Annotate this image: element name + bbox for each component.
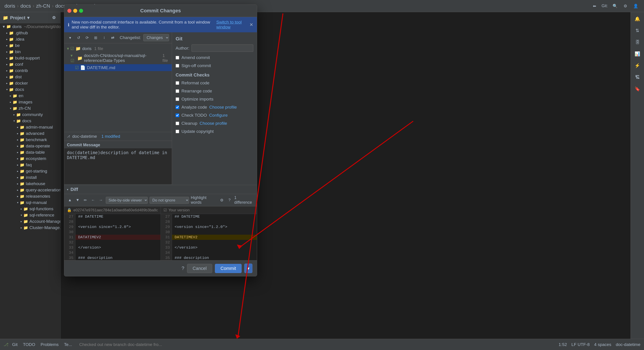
notifications-icon[interactable]: 🔔: [632, 14, 642, 24]
sidebar-item-conf[interactable]: ▸ 📁 conf: [0, 61, 60, 67]
help-button[interactable]: ?: [182, 265, 184, 271]
commit-button[interactable]: Commit: [215, 264, 242, 273]
database-icon[interactable]: 🗄: [632, 37, 642, 47]
problems-label[interactable]: Problems: [41, 342, 58, 347]
sidebar-item-contrib[interactable]: ▸ 📁 contrib: [0, 67, 60, 74]
commit-arrow-button[interactable]: ▾: [244, 264, 252, 273]
search-icon[interactable]: 🔍: [611, 2, 619, 10]
git-status-label[interactable]: Git: [12, 342, 18, 347]
toolbar-filter-icon[interactable]: ⇄: [110, 34, 116, 41]
sidebar-item-be[interactable]: ▸ 📁 be: [0, 42, 60, 49]
sidebar-item--github[interactable]: ▸ 📁 .github: [0, 30, 60, 36]
terminal-label[interactable]: Te...: [64, 342, 72, 347]
check-cleanup-checkbox[interactable]: [176, 122, 179, 125]
sidebar-item-data-operate[interactable]: ▸ 📁 data-operate: [0, 143, 60, 149]
git-icon[interactable]: Git:: [601, 2, 608, 10]
changelist-select[interactable]: Changes: [143, 34, 169, 41]
author-input[interactable]: [192, 44, 253, 52]
sciview-icon[interactable]: 📊: [632, 49, 642, 59]
sidebar-item-cluster-manage---[interactable]: ▸ 📁 Cluster-Manage...: [0, 225, 60, 231]
sidebar-item-ecosystem[interactable]: ▸ 📁 ecosystem: [0, 155, 60, 162]
sidebar-item-en[interactable]: ▸ 📁 en: [0, 93, 60, 99]
sidebar-item--idea[interactable]: ▸ 📁 .idea: [0, 36, 60, 42]
sidebar-item-account-manage---[interactable]: ▸ 📁 Account-Manage...: [0, 218, 60, 225]
amend-commit-checkbox[interactable]: [176, 56, 179, 59]
pull-requests-icon[interactable]: ⇅: [632, 25, 642, 35]
sidebar-root-item[interactable]: ▾ 📁 doris ~/Documents/git/doris: [0, 23, 60, 30]
check-todo-checkbox[interactable]: [176, 113, 179, 117]
check-link-analyze[interactable]: Choose profile: [209, 105, 237, 110]
toolbar-sort-icon[interactable]: ↕: [101, 34, 107, 41]
diff-collapse-icon[interactable]: ▾: [67, 188, 68, 191]
filetype-status[interactable]: doc-datetime: [616, 342, 640, 347]
minimize-button[interactable]: [73, 9, 77, 13]
toolbar-undo-icon[interactable]: ↺: [76, 34, 82, 41]
sidebar-item-dist[interactable]: ▸ 📁 dist: [0, 74, 60, 80]
sidebar-item-faq[interactable]: ▸ 📁 faq: [0, 162, 60, 168]
toolbar-expand-icon[interactable]: ▾: [67, 34, 73, 41]
toolbar-group-icon[interactable]: ⊞: [92, 34, 99, 41]
check-link-todo[interactable]: Configure: [209, 113, 228, 118]
sidebar-item-bin[interactable]: ▸ 📁 bin: [0, 49, 60, 55]
sidebar-item-install[interactable]: ▸ 📁 install: [0, 174, 60, 181]
sidebar-item-benchmark[interactable]: ▸ 📁 benchmark: [0, 137, 60, 143]
indent-status[interactable]: 4 spaces: [594, 342, 611, 347]
ignore-select[interactable]: Do not ignore Ignore whitespace: [150, 197, 189, 204]
diff-forward-icon[interactable]: →: [98, 197, 104, 203]
toolbar-refresh-icon[interactable]: ⟳: [84, 34, 90, 41]
structure-icon[interactable]: 🏗: [632, 72, 642, 82]
signoff-commit-checkbox[interactable]: [176, 64, 179, 67]
switch-to-tool-link[interactable]: Switch to tool window: [216, 20, 247, 30]
check-rearrange-checkbox[interactable]: [176, 89, 179, 93]
breadcrumb-zh-cn[interactable]: zh-CN: [36, 3, 50, 9]
breadcrumb-docs[interactable]: docs: [20, 3, 31, 9]
git-status-icon[interactable]: ⎇: [4, 342, 8, 347]
dialog-tree-folder[interactable]: ▾ ☑ 📁 docs/zh-CN/docs/sql-manual/sql-ref…: [64, 52, 172, 64]
sidebar-item-community[interactable]: ▸ 📁 community: [0, 111, 60, 118]
diff-up-icon[interactable]: ▲: [67, 197, 73, 203]
check-analyze-checkbox[interactable]: [176, 105, 179, 109]
dialog-tree-file[interactable]: ☑ 📄 DATETIME.md: [64, 64, 172, 71]
sidebar-item-images[interactable]: ▸ 📁 images: [0, 99, 60, 105]
close-button[interactable]: [67, 9, 72, 13]
check-reformat-checkbox[interactable]: [176, 81, 179, 85]
sidebar-item-get-starting[interactable]: ▸ 📁 get-starting: [0, 168, 60, 174]
sidebar-item-query-acceleration[interactable]: ▸ 📁 query-acceleration: [0, 187, 60, 193]
sidebar-settings-icon[interactable]: ⚙: [50, 14, 58, 21]
check-link-cleanup[interactable]: Choose profile: [200, 121, 227, 126]
cancel-button[interactable]: Cancel: [187, 264, 212, 273]
todo-label[interactable]: TODO: [23, 342, 35, 347]
sidebar-item-data-table[interactable]: ▸ 📁 data-table: [0, 149, 60, 155]
sidebar-item-docker[interactable]: ▸ 📁 docker: [0, 80, 60, 86]
viewer-select[interactable]: Side-by-side viewer Unified viewer: [106, 197, 148, 204]
encoding-status[interactable]: LF UTF-8: [572, 342, 590, 347]
dialog-tree-root[interactable]: ▾ ☑ 📁 doris 1 file: [64, 45, 172, 52]
diff-down-icon[interactable]: ▼: [75, 197, 81, 203]
maximize-button[interactable]: [79, 9, 83, 13]
sidebar-item-sql-reference[interactable]: ▾ 📁 sql-reference: [0, 212, 60, 218]
sidebar-item-docs[interactable]: ▾ 📁 docs: [0, 86, 60, 93]
breadcrumb-doris[interactable]: doris: [4, 3, 15, 9]
check-optimize-checkbox[interactable]: [176, 97, 179, 101]
diff-back-icon[interactable]: ←: [90, 197, 96, 203]
diff-settings-icon[interactable]: ⚙: [219, 197, 225, 203]
endpoints-icon[interactable]: ⚡: [632, 60, 642, 70]
cursor-position[interactable]: 1:52: [559, 342, 567, 347]
diff-help-icon[interactable]: ?: [226, 197, 233, 203]
sidebar-item-sql-manual[interactable]: ▾ 📁 sql-manual: [0, 199, 60, 206]
sidebar-item-advanced[interactable]: ▸ 📁 advanced: [0, 130, 60, 137]
sidebar-item-admin-manual[interactable]: ▸ 📁 admin-manual: [0, 124, 60, 130]
avatar-icon[interactable]: 👤: [632, 2, 640, 10]
sidebar-item-docs[interactable]: ▾ 📁 docs: [0, 118, 60, 124]
commit-message-input[interactable]: [64, 148, 172, 184]
sidebar-item-sql-functions[interactable]: ▸ 📁 sql-functions: [0, 206, 60, 212]
project-title[interactable]: Project: [10, 15, 25, 20]
sidebar-item-lakehouse[interactable]: ▸ 📁 lakehouse: [0, 181, 60, 187]
notification-close-button[interactable]: ✕: [250, 22, 253, 27]
check-copyright-checkbox[interactable]: [176, 130, 179, 133]
navigation-icon[interactable]: ⬅: [590, 2, 598, 10]
diff-edit-icon[interactable]: ✏: [82, 197, 88, 203]
bookmarks-icon[interactable]: 🔖: [632, 84, 642, 94]
sidebar-item-build-support[interactable]: ▸ 📁 build-support: [0, 55, 60, 61]
sidebar-item-zh-cn[interactable]: ▾ 📁 zh-CN: [0, 105, 60, 111]
